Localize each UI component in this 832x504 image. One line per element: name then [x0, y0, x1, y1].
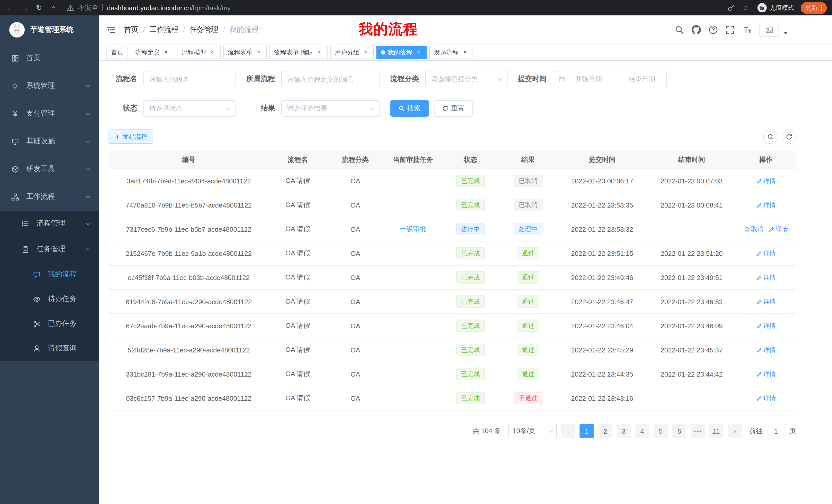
avatar[interactable]	[759, 22, 779, 37]
browser-menu-icon[interactable]	[821, 5, 822, 11]
page-number-button[interactable]: 2	[598, 424, 613, 438]
sidebar-item-home[interactable]: 首页	[0, 44, 99, 72]
back-icon[interactable]: ←	[5, 4, 16, 12]
detail-action[interactable]: 详情	[756, 273, 776, 282]
sidebar-item-todo-tasks[interactable]: 待办任务	[0, 287, 99, 311]
cell-process-id: 67c2eaab-7b9a-11ec-a290-acde48001122	[108, 322, 269, 330]
fullscreen-icon[interactable]	[726, 25, 735, 34]
reload-icon[interactable]: ↻	[34, 4, 44, 12]
tab-close-icon[interactable]: ×	[162, 49, 170, 56]
sidebar-item-task-management[interactable]: 任务管理	[0, 236, 99, 262]
prev-page-button[interactable]: ‹	[561, 424, 575, 438]
forward-icon[interactable]: →	[20, 4, 30, 12]
view-tab[interactable]: 流程模型 ×	[177, 46, 220, 59]
filter-label: 结果	[246, 104, 275, 113]
search-icon[interactable]	[675, 25, 684, 34]
tab-close-icon[interactable]: ×	[209, 49, 216, 56]
process-definition-input[interactable]	[281, 71, 380, 87]
date-range-picker[interactable]: 开始日期 - 结束日期	[553, 71, 667, 87]
sidebar-item-payment[interactable]: 支付管理	[0, 100, 99, 128]
sidebar-item-system[interactable]: 系统管理	[0, 72, 99, 100]
view-tab[interactable]: 我的流程 ×	[376, 46, 427, 59]
app-logo[interactable]: 芋道管理系统	[0, 16, 99, 44]
search-icon	[398, 105, 405, 111]
sidebar-item-infra[interactable]: 基础设施	[0, 128, 99, 155]
hamburger-icon[interactable]	[106, 25, 116, 34]
view-tab[interactable]: 流程表单 ×	[223, 46, 267, 59]
sidebar-item-process-management[interactable]: 流程管理	[0, 211, 99, 236]
detail-action[interactable]: 详情	[756, 345, 776, 354]
page-number-button[interactable]: 3	[617, 424, 631, 438]
edit-icon	[769, 226, 774, 232]
detail-action[interactable]: 详情	[756, 201, 776, 209]
cell-process-name: OA 请假	[269, 394, 327, 403]
tab-close-icon[interactable]: ×	[255, 49, 262, 56]
column-header: 操作	[736, 155, 796, 164]
category-select[interactable]: 请选择流程分类	[425, 71, 508, 87]
home-icon[interactable]: ⌂	[48, 4, 59, 12]
page-number-button[interactable]: 1	[579, 424, 594, 438]
create-process-button[interactable]: 发起流程	[108, 130, 153, 144]
filter-submit-time: 提交时间 开始日期 - 结束日期	[518, 71, 667, 87]
avatar-caret-icon[interactable]	[784, 32, 788, 34]
font-size-icon[interactable]	[743, 25, 752, 34]
breadcrumb-workflow[interactable]: 工作流程	[150, 25, 178, 34]
view-tab[interactable]: 流程表单-编辑 ×	[269, 46, 328, 59]
result-select[interactable]: 请选择流结果	[281, 100, 380, 117]
refresh-table-button[interactable]	[782, 130, 796, 144]
tab-close-icon[interactable]: ×	[415, 49, 422, 56]
view-tab[interactable]: 首页 ×	[106, 46, 128, 59]
current-task-link[interactable]: 一级审批	[399, 225, 426, 233]
view-tab[interactable]: 用户分组 ×	[330, 46, 374, 59]
page-number-button[interactable]: 6	[672, 424, 686, 438]
sidebar-item-my-process[interactable]: 我的流程	[0, 262, 99, 287]
detail-action[interactable]: 详情	[769, 225, 788, 233]
page-size-select[interactable]: 10条/页	[508, 424, 557, 438]
view-tab[interactable]: 流程定义 ×	[131, 46, 174, 59]
warning-icon	[67, 4, 74, 11]
status-select[interactable]: 请选择状态	[144, 100, 236, 117]
reset-button[interactable]: 重置	[434, 100, 473, 117]
edit-icon	[756, 202, 762, 208]
help-icon[interactable]	[709, 25, 718, 34]
scissors-icon	[32, 320, 41, 328]
detail-action[interactable]: 详情	[756, 370, 776, 379]
page-number-button[interactable]: •••	[691, 424, 705, 438]
cancel-action[interactable]: 取消	[744, 225, 763, 233]
process-name-input[interactable]	[144, 71, 236, 87]
breadcrumb-task-management[interactable]: 任务管理	[190, 25, 218, 34]
detail-action[interactable]: 详情	[756, 297, 776, 306]
detail-action[interactable]: 详情	[756, 176, 776, 185]
github-icon[interactable]	[692, 25, 701, 34]
sidebar-item-leave-query[interactable]: 请假查询	[0, 336, 99, 361]
page-number-button[interactable]: 4	[635, 424, 649, 438]
cell-process-name: OA 请假	[269, 297, 327, 306]
tab-close-icon[interactable]: ×	[461, 49, 468, 56]
sidebar-item-devtools[interactable]: 研发工具	[0, 155, 99, 183]
select-placeholder: 请选择流程分类	[431, 75, 478, 84]
browser-chrome: ← → ↻ ⌂ 不安全 dashboard.yudao.iocoder.cn/b…	[0, 0, 832, 16]
breadcrumb-home[interactable]: 首页	[124, 25, 138, 34]
toggle-search-button[interactable]	[763, 130, 778, 144]
browser-update-button[interactable]: 更新	[800, 2, 827, 13]
edit-icon	[756, 371, 762, 377]
status-badge: 已完成	[456, 344, 485, 356]
tab-close-icon[interactable]: ×	[362, 49, 369, 56]
next-page-button[interactable]: ›	[728, 424, 742, 438]
address-bar[interactable]: 不安全 dashboard.yudao.iocoder.cn/bpm/task/…	[67, 3, 727, 12]
detail-action[interactable]: 详情	[756, 249, 776, 258]
sidebar-item-workflow[interactable]: 工作流程	[0, 183, 99, 211]
view-tab[interactable]: 发起流程 ×	[430, 46, 473, 59]
sidebar-item-done-tasks[interactable]: 已办任务	[0, 311, 99, 336]
password-key-icon[interactable]	[727, 4, 734, 11]
search-button[interactable]: 搜索	[390, 100, 429, 117]
page-number-button[interactable]: 5	[654, 424, 668, 438]
tab-close-icon[interactable]: ×	[316, 49, 323, 56]
detail-action[interactable]: 详情	[756, 321, 776, 330]
detail-action[interactable]: 详情	[756, 394, 776, 402]
cell-process-name: OA 请假	[269, 345, 327, 355]
bookmark-star-icon[interactable]: ☆	[741, 4, 751, 12]
page-number-button[interactable]: 11	[709, 424, 724, 438]
cell-process-id: 331bc281-7b9a-11ec-a290-acde48001122	[108, 370, 269, 378]
jump-page-input[interactable]	[766, 424, 786, 438]
